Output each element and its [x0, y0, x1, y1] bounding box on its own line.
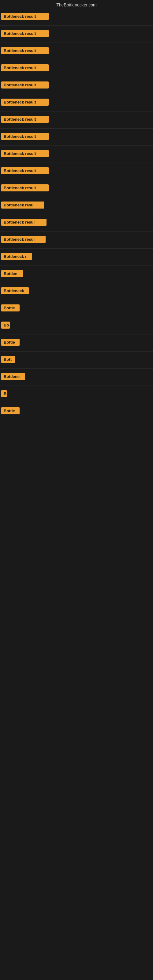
bottleneck-badge[interactable]: Bottleneck result [1, 81, 49, 89]
bottleneck-badge[interactable]: Bott [1, 356, 15, 363]
result-row: Bottleneck result [0, 111, 153, 129]
result-row: Bott [0, 352, 153, 369]
bottleneck-badge[interactable]: Bottle [1, 339, 19, 346]
bottleneck-badge[interactable]: Bottleneck result [1, 116, 49, 123]
result-row: Bottle [0, 334, 153, 352]
result-row: B [0, 386, 153, 403]
result-row: Bottleneck resul [0, 232, 153, 249]
bottleneck-badge[interactable]: Bottleneck result [1, 167, 49, 174]
result-row: Bottle [0, 300, 153, 317]
bottleneck-badge[interactable]: Bottleneck result [1, 47, 49, 54]
result-row: Bottleneck result [0, 60, 153, 77]
bottleneck-badge[interactable]: Bottleneck result [1, 185, 49, 191]
result-row: Bottleneck result [0, 146, 153, 163]
result-row: Bottleneck result [0, 163, 153, 180]
empty-space [0, 420, 153, 849]
result-row: Bottleneck result [0, 43, 153, 60]
bottleneck-badge[interactable]: Bottlene [1, 373, 25, 380]
bottleneck-badge[interactable]: Bottle [1, 407, 19, 414]
result-row: Bottle [0, 403, 153, 420]
result-row: Bottleneck result [0, 77, 153, 94]
result-row: Bottleneck result [0, 9, 153, 26]
bottleneck-badge[interactable]: Bottleneck result [1, 30, 49, 37]
result-row: Bottlen [0, 266, 153, 283]
result-row: Bottleneck result [0, 94, 153, 111]
bottleneck-badge[interactable]: Bottleneck resu [1, 202, 44, 208]
result-row: Bottleneck result [0, 26, 153, 43]
bottleneck-badge[interactable]: Bo [1, 321, 10, 329]
result-row: Bo [0, 317, 153, 334]
result-row: Bottleneck resu [0, 197, 153, 215]
result-row: Bottleneck resul [0, 215, 153, 232]
bottleneck-badge[interactable]: Bottleneck result [1, 133, 49, 140]
result-row: Bottlene [0, 369, 153, 386]
result-row: Bottleneck r [0, 249, 153, 266]
bottleneck-badge[interactable]: Bottleneck result [1, 99, 49, 106]
bottleneck-badge[interactable]: Bottleneck r [1, 253, 32, 260]
bottleneck-badge[interactable]: Bottleneck resul [1, 219, 46, 226]
bottleneck-badge[interactable]: Bottlen [1, 270, 23, 277]
bottleneck-badge[interactable]: Bottleneck resul [1, 236, 46, 243]
bottleneck-badge[interactable]: B [1, 390, 7, 397]
bottleneck-badge[interactable]: Bottle [1, 304, 19, 312]
bottleneck-badge[interactable]: Bottleneck result [1, 13, 49, 20]
site-title-container: TheBottlenecker.com [0, 0, 153, 9]
bottleneck-badge[interactable]: Bottleneck result [1, 150, 49, 157]
results-list: Bottleneck resultBottleneck resultBottle… [0, 9, 153, 420]
site-title: TheBottlenecker.com [0, 0, 153, 9]
bottleneck-badge[interactable]: Bottleneck [1, 287, 29, 294]
result-row: Bottleneck result [0, 129, 153, 146]
bottleneck-badge[interactable]: Bottleneck result [1, 64, 49, 72]
result-row: Bottleneck [0, 283, 153, 300]
result-row: Bottleneck result [0, 180, 153, 197]
